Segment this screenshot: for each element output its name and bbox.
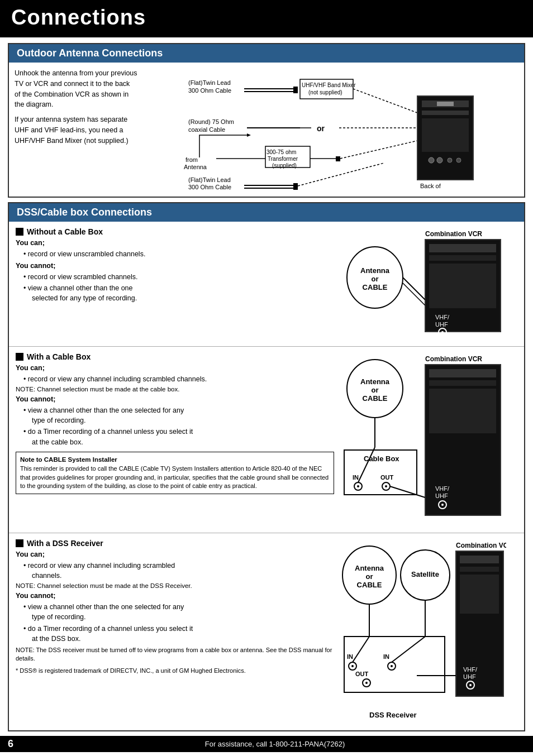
svg-rect-65: [429, 369, 496, 377]
svg-text:Transformer: Transformer: [268, 156, 298, 162]
svg-text:CABLE: CABLE: [357, 581, 382, 589]
svg-marker-17: [247, 133, 251, 137]
svg-point-101: [351, 665, 354, 667]
svg-point-38: [437, 157, 442, 163]
svg-text:Combination VCR: Combination VCR: [425, 230, 482, 238]
with-dss-svg: Antenna or CABLE Satellite Combination V…: [339, 539, 506, 723]
svg-text:Satellite: Satellite: [411, 570, 439, 578]
without-cable-title: Without a Cable Box: [16, 227, 334, 236]
cable-note-title: Note to CABLE System Installer: [20, 456, 117, 463]
svg-rect-30: [293, 183, 298, 190]
svg-text:VHF/: VHF/: [435, 485, 450, 492]
svg-text:Antenna: Antenna: [360, 377, 390, 386]
svg-text:or: or: [366, 572, 373, 581]
svg-text:or: or: [317, 124, 325, 133]
svg-point-79: [385, 485, 387, 487]
svg-text:UHF: UHF: [435, 321, 448, 328]
outdoor-section-header: Outdoor Antenna Connections: [9, 44, 524, 63]
svg-text:(Round) 75 Ohm: (Round) 75 Ohm: [188, 118, 234, 125]
with-dss-diagram: Antenna or CABLE Satellite Combination V…: [339, 539, 517, 725]
svg-text:from: from: [185, 156, 198, 163]
svg-text:OUT: OUT: [380, 474, 394, 481]
with-cable-diagram: Antenna or CABLE Combination VCR VHF/ UH…: [339, 352, 517, 527]
bottom-bar: 6 For assistance, call 1-800-211-PANA(72…: [0, 736, 533, 752]
svg-rect-47: [429, 264, 496, 308]
cable-installer-note: Note to CABLE System Installer This remi…: [16, 452, 334, 495]
svg-text:CABLE: CABLE: [363, 283, 388, 291]
dss-note-turnoff: NOTE: The DSS receiver must be turned of…: [16, 646, 334, 663]
with-cable-cannot-1: • view a channel other than the one sele…: [20, 405, 334, 425]
with-dss-you-cannot: You cannot;: [16, 592, 334, 600]
svg-point-71: [441, 504, 444, 506]
cable-note-text: This reminder is provided to call the CA…: [20, 465, 329, 490]
without-you-cannot: You cannot;: [16, 262, 334, 270]
svg-text:OUT: OUT: [355, 671, 369, 677]
assistance-text: For assistance, call 1-800-211-PANA(7262…: [25, 740, 525, 748]
svg-text:300 Ohm Cable: 300 Ohm Cable: [188, 87, 231, 94]
svg-line-31: [298, 163, 384, 186]
with-cable-note-channel: NOTE: Channel selection must be made at …: [16, 386, 334, 393]
svg-point-104: [365, 682, 368, 684]
with-cable-box-section: With a Cable Box You can; • record or vi…: [9, 347, 524, 533]
svg-text:(supplied): (supplied): [272, 162, 297, 169]
svg-text:VHF/: VHF/: [463, 666, 478, 673]
with-cable-cannot-2: • do a Timer recording of a channel unle…: [20, 427, 334, 447]
svg-text:300 Ohm Cable: 300 Ohm Cable: [188, 184, 231, 190]
outdoor-content: Unhook the antenna from your previous TV…: [9, 63, 524, 197]
svg-text:(Flat)Twin Lead: (Flat)Twin Lead: [188, 176, 231, 183]
svg-text:UHF: UHF: [435, 492, 448, 499]
svg-rect-90: [460, 556, 499, 563]
svg-text:or: or: [372, 275, 379, 283]
without-cannot-item-1: • record or view scrambled channels.: [20, 272, 334, 282]
dss-section: DSS/Cable box Connections Without a Cabl…: [8, 202, 525, 731]
title-icon: [16, 228, 23, 236]
outdoor-section: Outdoor Antenna Connections Unhook the a…: [8, 43, 525, 198]
outdoor-diagram: (Flat)Twin Lead 300 Ohm Cable UHF/VHF Ba…: [143, 68, 518, 191]
svg-rect-35: [422, 118, 469, 152]
svg-rect-36: [437, 102, 454, 106]
svg-point-96: [469, 684, 472, 686]
with-cable-you-cannot: You cannot;: [16, 395, 334, 403]
svg-text:or: or: [372, 386, 379, 394]
title-icon-2: [16, 353, 23, 361]
svg-point-39: [448, 158, 452, 162]
svg-point-40: [456, 158, 461, 162]
with-dss-cannot-1: • view a channel other than the one sele…: [20, 602, 334, 622]
with-dss-title: With a DSS Receiver: [16, 539, 334, 548]
svg-text:(Flat)Twin Lead: (Flat)Twin Lead: [188, 79, 231, 86]
without-you-can: You can;: [16, 239, 334, 247]
with-dss-cannot-2: • do a Timer recording of a channel unle…: [20, 624, 334, 644]
without-cable-diagram: Combination VCR VHF/ UHF Antenna or CAB: [339, 227, 517, 341]
outdoor-para2: If your antenna system has separate UHF …: [15, 114, 137, 146]
outdoor-text: Unhook the antenna from your previous TV…: [15, 68, 137, 191]
svg-rect-34: [422, 111, 469, 115]
svg-rect-92: [460, 575, 499, 614]
with-dss-can-1: • record or view any channel including s…: [20, 561, 334, 581]
outdoor-para1: Unhook the antenna from your previous TV…: [15, 68, 137, 110]
with-dss-you-can: You can;: [16, 551, 334, 558]
svg-point-76: [357, 485, 359, 487]
outdoor-diagram-svg: (Flat)Twin Lead 300 Ohm Cable UHF/VHF Ba…: [143, 68, 518, 191]
svg-text:(not supplied): (not supplied): [308, 89, 342, 95]
svg-text:Antenna: Antenna: [184, 164, 207, 170]
with-cable-left: With a Cable Box You can; • record or vi…: [16, 352, 334, 527]
page-number: 6: [8, 738, 13, 750]
without-cannot-item-2: • view a channel other than the one sele…: [20, 283, 334, 303]
dss-section-header: DSS/Cable box Connections: [9, 203, 524, 222]
svg-line-25: [340, 141, 417, 159]
with-dss-note-channel: NOTE: Channel selection must be made at …: [16, 582, 334, 589]
svg-text:VHF/: VHF/: [435, 314, 450, 320]
svg-rect-45: [429, 244, 496, 252]
svg-text:Combination VCR: Combination VCR: [425, 355, 482, 363]
svg-rect-4: [293, 87, 298, 93]
with-cable-can-1: • record or view any channel including s…: [20, 374, 334, 384]
svg-text:IN: IN: [353, 474, 359, 481]
svg-line-56: [403, 277, 425, 300]
svg-line-57: [403, 283, 425, 305]
svg-point-37: [429, 157, 434, 163]
svg-text:UHF: UHF: [463, 673, 476, 680]
svg-text:IN: IN: [383, 653, 389, 660]
with-dss-section: With a DSS Receiver You can; • record or…: [9, 533, 524, 730]
svg-point-107: [391, 665, 393, 667]
svg-text:Combination VCR: Combination VCR: [456, 542, 506, 549]
